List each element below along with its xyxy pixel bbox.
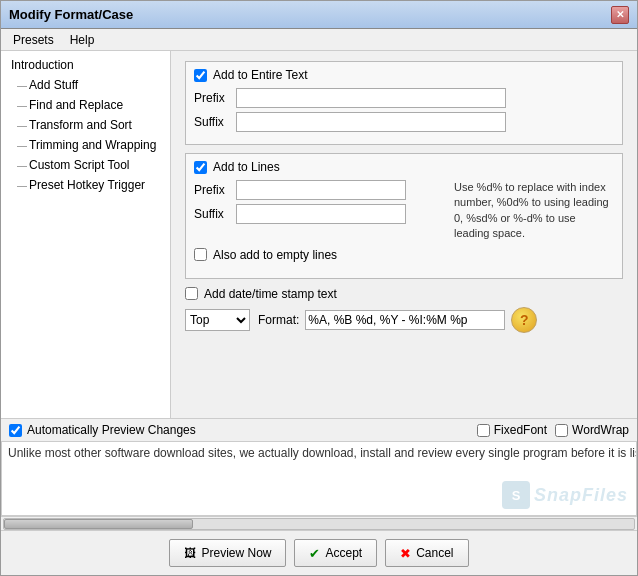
fixed-font-checkbox[interactable]: FixedFont <box>477 423 547 437</box>
datetime-row: Top Bottom Format: ? <box>185 307 623 333</box>
svg-text:S: S <box>512 488 521 503</box>
menu-help[interactable]: Help <box>62 31 103 49</box>
sidebar-item-find-replace[interactable]: Find and Replace <box>1 95 170 115</box>
entire-suffix-label: Suffix <box>194 115 236 129</box>
also-empty-check[interactable] <box>194 248 207 261</box>
word-wrap-checkbox[interactable]: WordWrap <box>555 423 629 437</box>
lines-prefix-input[interactable] <box>236 180 406 200</box>
action-bar: 🖼 Preview Now ✔ Accept ✖ Cancel <box>1 530 637 575</box>
menu-presets[interactable]: Presets <box>5 31 62 49</box>
sidebar-item-transform-sort[interactable]: Transform and Sort <box>1 115 170 135</box>
add-entire-text-check[interactable] <box>194 69 207 82</box>
entire-prefix-group: Prefix <box>194 88 614 108</box>
lines-suffix-input[interactable] <box>236 204 406 224</box>
watermark-logo: S SnapFiles <box>502 481 628 509</box>
right-checks: FixedFont WordWrap <box>477 423 629 437</box>
main-panel: Add to Entire Text Prefix Suffix Add to … <box>171 51 637 418</box>
add-lines-group: Add to Lines Prefix Suffix Use %d% to re <box>185 153 623 279</box>
close-button[interactable]: ✕ <box>611 6 629 24</box>
entire-prefix-input[interactable] <box>236 88 506 108</box>
preview-text: Unlike most other software download site… <box>8 446 630 460</box>
cancel-button[interactable]: ✖ Cancel <box>385 539 468 567</box>
position-select[interactable]: Top Bottom <box>185 309 250 331</box>
lines-hint: Use %d% to replace with index number, %0… <box>454 180 614 242</box>
lines-suffix-label: Suffix <box>194 207 236 221</box>
word-wrap-check[interactable] <box>555 424 568 437</box>
lines-prefix-label: Prefix <box>194 183 236 197</box>
format-label: Format: <box>258 313 299 327</box>
preview-area: Unlike most other software download site… <box>1 441 637 516</box>
entire-prefix-label: Prefix <box>194 91 236 105</box>
content-area: Introduction Add Stuff Find and Replace … <box>1 51 637 418</box>
fixed-font-check[interactable] <box>477 424 490 437</box>
entire-suffix-input[interactable] <box>236 112 506 132</box>
add-lines-check[interactable] <box>194 161 207 174</box>
add-entire-text-group: Add to Entire Text Prefix Suffix <box>185 61 623 145</box>
format-input[interactable] <box>305 310 505 330</box>
preview-icon: 🖼 <box>184 546 196 560</box>
format-help-button[interactable]: ? <box>511 307 537 333</box>
menu-bar: Presets Help <box>1 29 637 51</box>
sidebar-item-add-stuff[interactable]: Add Stuff <box>1 75 170 95</box>
sidebar-item-custom-script[interactable]: Custom Script Tool <box>1 155 170 175</box>
sidebar-item-introduction[interactable]: Introduction <box>1 55 170 75</box>
main-window: Modify Format/Case ✕ Presets Help Introd… <box>0 0 638 576</box>
add-entire-text-checkbox[interactable]: Add to Entire Text <box>194 68 614 82</box>
lines-suffix-group: Suffix <box>194 204 446 224</box>
preview-now-button[interactable]: 🖼 Preview Now <box>169 539 286 567</box>
datetime-checkbox[interactable]: Add date/time stamp text <box>185 287 623 301</box>
lines-prefix-group: Prefix <box>194 180 446 200</box>
datetime-section: Add date/time stamp text Top Bottom Form… <box>185 287 623 333</box>
auto-preview-check[interactable] <box>9 424 22 437</box>
add-lines-checkbox[interactable]: Add to Lines <box>194 160 614 174</box>
auto-preview-strip: Automatically Preview Changes FixedFont … <box>1 418 637 441</box>
horizontal-scrollbar[interactable] <box>1 516 637 530</box>
entire-suffix-group: Suffix <box>194 112 614 132</box>
auto-preview-checkbox[interactable]: Automatically Preview Changes <box>9 423 196 437</box>
datetime-check[interactable] <box>185 287 198 300</box>
cancel-icon: ✖ <box>400 546 411 561</box>
accept-icon: ✔ <box>309 546 320 561</box>
lines-input-area: Prefix Suffix Use %d% to replace with in… <box>194 180 614 242</box>
sidebar-item-trimming-wrapping[interactable]: Trimming and Wrapping <box>1 135 170 155</box>
window-title: Modify Format/Case <box>9 7 133 22</box>
also-empty-checkbox[interactable]: Also add to empty lines <box>194 248 614 262</box>
scrollbar-thumb[interactable] <box>4 519 193 529</box>
scrollbar-track[interactable] <box>3 518 635 530</box>
accept-button[interactable]: ✔ Accept <box>294 539 377 567</box>
sidebar: Introduction Add Stuff Find and Replace … <box>1 51 171 418</box>
sidebar-item-preset-hotkey[interactable]: Preset Hotkey Trigger <box>1 175 170 195</box>
title-bar: Modify Format/Case ✕ <box>1 1 637 29</box>
lines-fields: Prefix Suffix <box>194 180 446 242</box>
